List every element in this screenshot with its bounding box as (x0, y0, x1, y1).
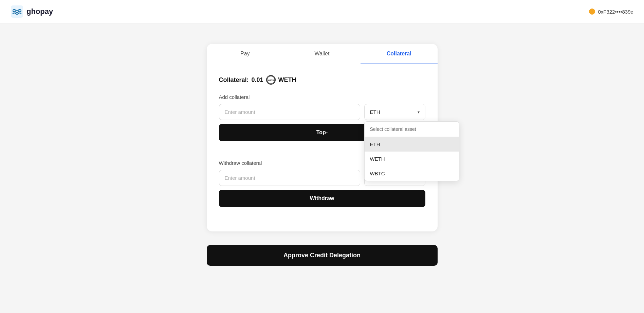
main-content: Pay Wallet Collateral Collateral: 0.01 W… (0, 23, 644, 279)
logo: ghopay (11, 5, 53, 18)
wallet-address-display: 0xF322••••839c (589, 8, 633, 15)
add-collateral-asset-dropdown[interactable]: ETH ▾ Select collateral asset ETH WETH W… (364, 104, 425, 120)
collateral-info-label: Collateral: (219, 76, 249, 84)
dropdown-menu-header: Select collateral asset (365, 122, 459, 137)
withdraw-button[interactable]: Withdraw (219, 190, 425, 207)
collateral-info-row: Collateral: 0.01 WETH WETH (219, 75, 425, 85)
withdraw-collateral-amount-input[interactable] (219, 170, 360, 186)
tab-collateral[interactable]: Collateral (361, 44, 438, 64)
collateral-amount: 0.01 (252, 76, 263, 84)
dropdown-option-wbtc[interactable]: WBTC (365, 166, 459, 181)
collateral-token-name: WETH (278, 76, 296, 84)
add-collateral-label: Add collateral (219, 94, 425, 100)
main-card: Pay Wallet Collateral Collateral: 0.01 W… (207, 44, 438, 231)
add-collateral-dropdown-menu: Select collateral asset ETH WETH WBTC (364, 121, 459, 181)
add-collateral-chevron-icon: ▾ (418, 110, 420, 115)
dropdown-option-weth[interactable]: WETH (365, 152, 459, 166)
add-collateral-section: Add collateral ETH ▾ Select collateral a… (219, 94, 425, 152)
svg-text:WETH: WETH (268, 79, 274, 81)
approve-credit-delegation-button[interactable]: Approve Credit Delegation (207, 245, 438, 266)
tab-pay[interactable]: Pay (207, 44, 284, 64)
tab-bar: Pay Wallet Collateral (207, 44, 438, 64)
add-collateral-input-row: ETH ▾ Select collateral asset ETH WETH W… (219, 104, 425, 120)
card-body: Collateral: 0.01 WETH WETH Add collatera… (207, 75, 438, 218)
wallet-address-text: 0xF322••••839c (598, 9, 633, 15)
logo-text: ghopay (26, 7, 53, 16)
bottom-cta: Approve Credit Delegation (207, 245, 438, 266)
add-collateral-selected-asset: ETH (370, 109, 380, 115)
tab-wallet[interactable]: Wallet (283, 44, 361, 64)
add-collateral-dropdown-btn[interactable]: ETH ▾ (364, 104, 425, 120)
logo-icon (11, 5, 23, 18)
app-header: ghopay 0xF322••••839c (0, 0, 644, 23)
weth-token-icon: WETH (266, 75, 276, 85)
dropdown-option-eth[interactable]: ETH (365, 137, 459, 152)
wallet-status-dot (589, 8, 595, 15)
add-collateral-amount-input[interactable] (219, 104, 360, 120)
